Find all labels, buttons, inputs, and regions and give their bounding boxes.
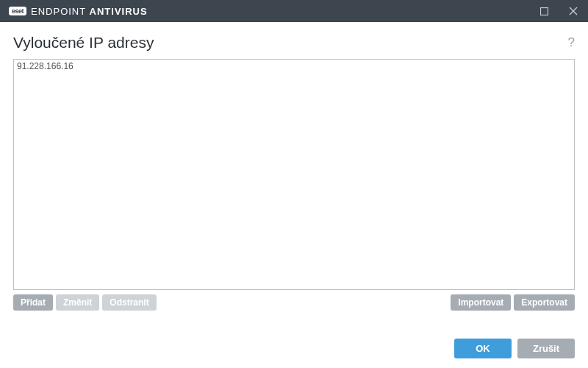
remove-button[interactable]: Odstranit — [102, 294, 156, 311]
add-button[interactable]: Přidat — [13, 294, 53, 311]
content-area: Vyloučené IP adresy ? 91.228.166.16 Přid… — [0, 22, 588, 311]
product-bold: ANTIVIRUS — [90, 6, 148, 17]
svg-rect-0 — [540, 7, 548, 15]
titlebar: eset ENDPOINT ANTIVIRUS — [0, 0, 588, 22]
list-item[interactable]: 91.228.166.16 — [14, 60, 574, 73]
export-button[interactable]: Exportovat — [514, 294, 575, 311]
product-name: ENDPOINT ANTIVIRUS — [31, 6, 148, 17]
footer: OK Zrušit — [0, 328, 588, 368]
window-controls — [529, 0, 588, 22]
cancel-button[interactable]: Zrušit — [517, 339, 575, 358]
maximize-button[interactable] — [529, 0, 559, 22]
spacer — [159, 294, 448, 311]
help-icon[interactable]: ? — [568, 35, 575, 50]
logo-badge: eset — [9, 7, 26, 15]
page-title: Vyloučené IP adresy — [13, 34, 154, 52]
maximize-icon — [540, 7, 548, 15]
ip-listbox[interactable]: 91.228.166.16 — [13, 59, 575, 290]
product-light: ENDPOINT — [31, 6, 90, 17]
close-icon — [569, 7, 578, 15]
import-button[interactable]: Importovat — [451, 294, 511, 311]
list-actions: Přidat Změnit Odstranit Importovat Expor… — [13, 294, 575, 311]
ok-button[interactable]: OK — [454, 339, 512, 358]
close-button[interactable] — [559, 0, 588, 22]
heading-row: Vyloučené IP adresy ? — [13, 34, 575, 52]
edit-button[interactable]: Změnit — [56, 294, 99, 311]
